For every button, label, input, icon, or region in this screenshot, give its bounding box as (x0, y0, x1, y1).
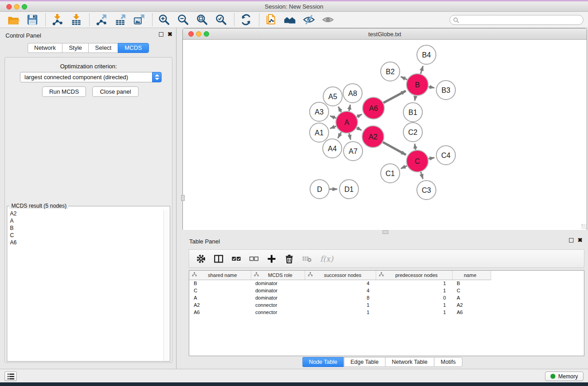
edge-C-C3[interactable] (421, 172, 423, 179)
resize-grip-icon[interactable] (581, 224, 586, 229)
table-row[interactable]: Cdominator41C (189, 287, 491, 294)
result-list-scrollbar[interactable] (163, 210, 169, 361)
node-A5[interactable]: A5 (323, 87, 342, 106)
node-C2[interactable]: C2 (403, 123, 422, 142)
node-C4[interactable]: C4 (436, 146, 455, 165)
tab-mcds[interactable]: MCDS (118, 43, 148, 53)
export-network-icon[interactable] (94, 13, 108, 27)
export-image-icon[interactable] (132, 13, 146, 27)
node-C3[interactable]: C3 (417, 181, 436, 200)
tab-network-table[interactable]: Network Table (385, 357, 434, 367)
node-A[interactable]: A (336, 111, 358, 133)
refresh-icon[interactable] (239, 13, 253, 27)
horizontal-splitter-grip[interactable] (382, 230, 388, 234)
node-B1[interactable]: B1 (403, 103, 422, 122)
float-panel-icon[interactable] (159, 32, 163, 37)
import-network-icon[interactable] (50, 13, 64, 27)
node-C1[interactable]: C1 (381, 164, 400, 183)
table-row[interactable]: Bdominator41B (189, 280, 491, 287)
tab-network[interactable]: Network (27, 43, 62, 53)
vertical-splitter-grip[interactable] (181, 195, 185, 201)
settings-icon[interactable] (196, 253, 206, 264)
edge-A-A7[interactable] (349, 133, 350, 139)
node-A3[interactable]: A3 (310, 102, 329, 121)
export-table-icon[interactable] (113, 13, 127, 27)
table-row[interactable]: A6connector11A6 (189, 309, 491, 316)
zoom-fit-icon[interactable] (195, 13, 209, 27)
mcds-result-item[interactable]: B (8, 224, 163, 232)
select-all-icon[interactable] (231, 253, 242, 264)
edge-A-A8[interactable] (349, 105, 350, 111)
mcds-result-item[interactable]: C (8, 232, 163, 239)
edge-A-A4[interactable] (338, 132, 341, 138)
edge-C-C2[interactable] (415, 144, 416, 150)
close-panel-icon[interactable]: ✖ (167, 32, 172, 37)
tab-style[interactable]: Style (62, 43, 88, 53)
edge-B-B3[interactable] (429, 87, 435, 88)
tab-node-table[interactable]: Node Table (302, 357, 344, 367)
save-session-icon[interactable] (25, 13, 39, 27)
table-row[interactable]: A2connector11A2 (189, 301, 491, 309)
node-A7[interactable]: A7 (344, 142, 363, 161)
mcds-result-item[interactable]: A2 (8, 210, 163, 217)
edge-A6-B[interactable] (383, 91, 406, 103)
edge-B-B1[interactable] (415, 96, 416, 101)
node-D[interactable]: D (310, 180, 329, 199)
network-window-titlebar[interactable]: testGlobe.txt (183, 29, 587, 40)
columns-icon[interactable] (213, 253, 224, 264)
node-B4[interactable]: B4 (417, 45, 436, 64)
edge-A-A2[interactable] (357, 128, 362, 130)
node-A1[interactable]: A1 (310, 123, 329, 142)
node-C[interactable]: C (406, 150, 428, 172)
column-header-MCDS-role[interactable]: MCDS role (251, 271, 305, 280)
show-eye-icon[interactable] (321, 13, 335, 27)
column-header-name[interactable]: name (452, 271, 491, 280)
zoom-out-icon[interactable] (176, 13, 190, 27)
node-A2[interactable]: A2 (362, 126, 384, 148)
node-B[interactable]: B (406, 74, 428, 95)
edge-C-C1[interactable] (401, 166, 407, 168)
import-table-icon[interactable] (69, 13, 83, 27)
run-mcds-button[interactable]: Run MCDS (42, 86, 86, 97)
edge-A-A3[interactable] (330, 116, 336, 118)
column-header-predecessor-nodes[interactable]: predecessor nodes (376, 271, 452, 280)
node-A8[interactable]: A8 (343, 84, 362, 103)
column-header-shared-name[interactable]: shared name (189, 271, 251, 280)
edge-A-A1[interactable] (330, 126, 336, 129)
column-header-successor-nodes[interactable]: successor nodes (305, 271, 376, 280)
edge-B-B4[interactable] (421, 66, 423, 74)
hide-eye-icon[interactable] (302, 13, 316, 27)
edge-A2-C[interactable] (383, 142, 406, 155)
table-row[interactable]: Adominator80A (189, 294, 491, 301)
mcds-result-item[interactable]: A (8, 217, 163, 224)
edge-C-C4[interactable] (428, 157, 434, 159)
close-panel-button[interactable]: Close panel (92, 86, 139, 97)
edge-A-A6[interactable] (357, 114, 362, 117)
node-B3[interactable]: B3 (436, 81, 455, 100)
search-input[interactable] (462, 16, 579, 24)
search-field[interactable] (449, 15, 583, 25)
network-canvas[interactable]: B4B2BB3A8A5A6A3B1AC2A1A2A4A7C4CC1C3DD1 (183, 40, 587, 230)
open-session-icon[interactable] (6, 13, 20, 27)
network-file-icon[interactable] (264, 13, 277, 27)
mcds-result-item[interactable]: A6 (8, 239, 163, 246)
home-icon[interactable] (283, 13, 296, 27)
tab-edge-table[interactable]: Edge Table (344, 357, 385, 367)
node-A4[interactable]: A4 (323, 139, 342, 158)
edge-A-A5[interactable] (338, 107, 341, 112)
edge-B-B2[interactable] (401, 76, 407, 80)
node-D1[interactable]: D1 (339, 180, 359, 199)
task-history-button[interactable] (5, 372, 17, 381)
zoom-selected-icon[interactable] (214, 13, 228, 27)
node-B2[interactable]: B2 (381, 62, 400, 81)
close-table-panel-icon[interactable]: ✖ (578, 238, 583, 243)
criterion-dropdown[interactable]: largest connected component (directed) (20, 72, 162, 82)
apply-function-icon[interactable]: f(x) (320, 254, 333, 263)
tab-select[interactable]: Select (88, 43, 118, 53)
node-A6[interactable]: A6 (363, 97, 384, 119)
float-table-panel-icon[interactable] (569, 238, 574, 243)
memory-button[interactable]: Memory (545, 372, 583, 381)
add-icon[interactable] (266, 253, 277, 264)
delete-table-icon[interactable] (301, 253, 312, 264)
deselect-all-icon[interactable] (249, 253, 259, 264)
